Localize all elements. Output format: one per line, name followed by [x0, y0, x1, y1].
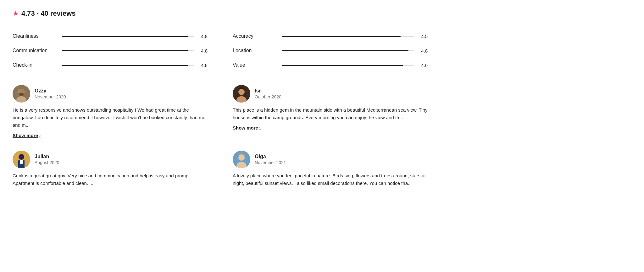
communication-bar	[62, 50, 194, 51]
reviewer-info-julian: Julian August 2020	[35, 154, 59, 165]
chevron-right-icon-isil: ›	[259, 125, 261, 130]
location-label: Location	[233, 48, 277, 53]
accuracy-value: 4.5	[419, 34, 428, 39]
reviewer-date-isil: October 2020	[255, 94, 281, 99]
location-bar-fill	[282, 50, 408, 51]
reviewer-info-ozzy: Ozzy November 2020	[35, 88, 66, 99]
communication-value: 4.8	[199, 48, 208, 53]
review-text-isil: This place is a hidden gem in the mounta…	[233, 106, 428, 121]
ratings-left-column: Cleanliness 4.8 Communication 4.8 Check-…	[13, 29, 208, 72]
location-bar	[282, 50, 414, 51]
chevron-right-icon-ozzy: ›	[39, 133, 41, 138]
cleanliness-bar-fill	[62, 36, 188, 37]
checkin-bar	[62, 65, 194, 66]
show-more-label-isil: Show more	[233, 125, 258, 130]
avatar-ozzy	[13, 85, 30, 103]
overall-rating: 4.73 · 40 reviews	[21, 9, 76, 18]
reviewer-name-ozzy: Ozzy	[35, 88, 66, 94]
value-label: Value	[233, 62, 277, 68]
reviewer-info-isil: Isil October 2020	[255, 88, 281, 99]
review-card-isil: Isil October 2020 This place is a hidden…	[233, 85, 428, 138]
reviewer-header-olga: Olga November 2021	[233, 151, 428, 168]
reviewer-name-olga: Olga	[255, 154, 286, 159]
checkin-value: 4.8	[199, 63, 208, 68]
star-icon: ★	[13, 9, 19, 18]
rating-row-cleanliness: Cleanliness 4.8	[13, 29, 208, 43]
rating-value: 4.73	[21, 9, 35, 17]
avatar-olga	[233, 151, 250, 168]
svg-rect-12	[20, 160, 23, 164]
accuracy-bar-fill	[282, 36, 401, 37]
reviews-header: ★ 4.73 · 40 reviews	[13, 9, 428, 18]
checkin-label: Check-in	[13, 62, 57, 68]
location-value: 4.8	[419, 48, 428, 53]
rating-row-checkin: Check-in 4.8	[13, 58, 208, 72]
review-text-ozzy: He is a very responsive and shows outsta…	[13, 106, 208, 129]
reviewer-header-julian: Julian August 2020	[13, 151, 208, 168]
cleanliness-bar	[62, 36, 194, 37]
svg-point-6	[238, 89, 245, 95]
value-bar	[282, 65, 414, 66]
reviewer-info-olga: Olga November 2021	[255, 154, 286, 165]
svg-point-4	[19, 93, 24, 96]
avatar-julian	[13, 151, 30, 168]
review-card-olga: Olga November 2021 A lovely place where …	[233, 151, 428, 187]
reviewer-name-isil: Isil	[255, 88, 281, 94]
review-card-ozzy: Ozzy November 2020 He is a very responsi…	[13, 85, 208, 138]
show-more-isil[interactable]: Show more ›	[233, 125, 428, 130]
avatar-isil	[233, 85, 250, 103]
rating-row-value: Value 4.6	[233, 58, 428, 72]
rating-row-location: Location 4.8	[233, 43, 428, 58]
communication-bar-fill	[62, 50, 188, 51]
reviewer-date-julian: August 2020	[35, 160, 59, 165]
reviewer-date-ozzy: November 2020	[35, 94, 66, 99]
checkin-bar-fill	[62, 65, 188, 66]
reviews-grid: Ozzy November 2020 He is a very responsi…	[13, 85, 428, 187]
reviewer-header-ozzy: Ozzy November 2020	[13, 85, 208, 103]
ratings-right-column: Accuracy 4.5 Location 4.8 Value 4.6	[233, 29, 428, 72]
show-more-ozzy[interactable]: Show more ›	[13, 133, 208, 138]
reviewer-name-julian: Julian	[35, 154, 59, 159]
reviewer-date-olga: November 2021	[255, 160, 286, 165]
cleanliness-label: Cleanliness	[13, 33, 57, 39]
reviewer-header-isil: Isil October 2020	[233, 85, 428, 103]
reviews-count: 40 reviews	[41, 9, 75, 17]
review-text-olga: A lovely place where you feel paceful in…	[233, 172, 428, 187]
dot-separator: ·	[37, 9, 39, 17]
review-card-julian: Julian August 2020 Cenk is a great great…	[13, 151, 208, 187]
rating-row-communication: Communication 4.8	[13, 43, 208, 58]
cleanliness-value: 4.8	[199, 34, 208, 39]
value-bar-fill	[282, 65, 403, 66]
accuracy-bar	[282, 36, 414, 37]
ratings-grid: Cleanliness 4.8 Communication 4.8 Check-…	[13, 29, 428, 72]
accuracy-label: Accuracy	[233, 33, 277, 39]
svg-point-14	[238, 154, 245, 161]
review-text-julian: Cenk is a great great guy. Very nice and…	[13, 172, 208, 187]
communication-label: Communication	[13, 48, 57, 53]
show-more-label-ozzy: Show more	[13, 133, 38, 138]
rating-row-accuracy: Accuracy 4.5	[233, 29, 428, 43]
svg-point-10	[19, 154, 24, 160]
value-value: 4.6	[419, 63, 428, 68]
